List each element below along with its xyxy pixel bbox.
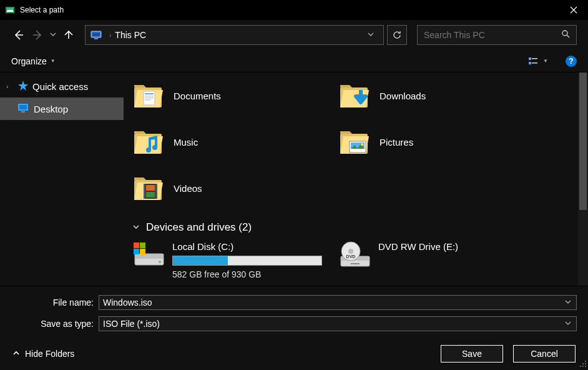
svg-rect-35 — [134, 242, 139, 248]
svg-rect-12 — [19, 105, 27, 109]
resize-grip-icon[interactable] — [579, 360, 587, 369]
savetype-label: Save as type: — [11, 319, 99, 329]
breadcrumb-caret-icon[interactable]: › — [109, 32, 111, 39]
title-bar: Select a path — [0, 0, 588, 20]
svg-rect-5 — [94, 38, 98, 39]
svg-rect-2 — [7, 8, 13, 10]
svg-rect-31 — [146, 192, 155, 198]
folder-icon — [132, 174, 164, 202]
sidebar-item-quick-access[interactable]: › Quick access — [0, 75, 124, 98]
window-title: Select a path — [20, 6, 559, 14]
svg-rect-33 — [135, 254, 164, 259]
search-icon[interactable] — [561, 29, 570, 41]
svg-point-50 — [585, 366, 586, 367]
sidebar-item-desktop[interactable]: Desktop — [0, 98, 124, 120]
folder-icon — [338, 128, 370, 156]
svg-point-49 — [582, 366, 584, 367]
cancel-button[interactable]: Cancel — [513, 345, 576, 362]
drive-info: DVD RW Drive (E:) — [378, 240, 458, 279]
folder-label: Documents — [174, 91, 221, 101]
drive-usage-bar — [172, 256, 322, 266]
svg-rect-36 — [140, 242, 145, 248]
svg-rect-28 — [144, 184, 145, 199]
sidebar-item-label: Quick access — [32, 81, 88, 92]
svg-point-46 — [582, 363, 584, 364]
drive-free-text: 582 GB free of 930 GB — [172, 269, 322, 279]
filename-label: File name: — [11, 298, 99, 308]
folder-music[interactable]: Music — [132, 121, 332, 162]
svg-rect-17 — [145, 96, 154, 97]
dropdown-icon[interactable] — [564, 320, 572, 328]
svg-rect-37 — [134, 249, 139, 254]
svg-point-43 — [348, 249, 353, 254]
drive-name: Local Disk (C:) — [172, 241, 322, 252]
svg-rect-13 — [21, 111, 25, 112]
hide-folders-button[interactable]: Hide Folders — [12, 349, 74, 359]
svg-point-25 — [361, 143, 363, 146]
folder-label: Music — [174, 137, 198, 148]
folder-downloads[interactable]: Downloads — [338, 75, 538, 116]
folder-label: Pictures — [380, 137, 413, 148]
folder-icon — [338, 81, 370, 110]
breadcrumb[interactable]: This PC — [115, 30, 146, 40]
view-options-button[interactable]: ▼ — [528, 56, 548, 66]
svg-point-6 — [562, 31, 567, 36]
nav-bar: › This PC — [0, 20, 588, 50]
help-button[interactable]: ? — [566, 56, 577, 67]
recent-locations-button[interactable] — [50, 31, 56, 39]
scrollbar-track[interactable] — [578, 72, 588, 286]
drive-icon — [132, 240, 164, 269]
group-devices-drives[interactable]: Devices and drives (2) — [132, 221, 588, 234]
search-box[interactable] — [417, 25, 577, 45]
folder-label: Downloads — [380, 91, 426, 101]
dvd-drive-icon: DVD — [338, 240, 370, 269]
toolbar: Organize ▼ ▼ ? — [0, 50, 588, 72]
back-button[interactable] — [11, 28, 26, 42]
svg-rect-29 — [155, 184, 157, 199]
savetype-value: ISO File (*.iso) — [103, 319, 564, 329]
chevron-right-icon: › — [6, 83, 14, 90]
save-button[interactable]: Save — [441, 345, 503, 362]
folder-icon — [132, 81, 164, 110]
refresh-button[interactable] — [387, 25, 407, 45]
up-button[interactable] — [61, 28, 76, 42]
address-history-button[interactable] — [361, 31, 381, 39]
svg-rect-4 — [92, 32, 100, 36]
forward-button[interactable] — [30, 28, 45, 42]
organize-menu[interactable]: Organize ▼ — [11, 56, 56, 66]
dropdown-icon: ▼ — [51, 58, 56, 64]
sidebar-item-label: Desktop — [34, 104, 68, 114]
svg-rect-16 — [145, 93, 154, 94]
svg-rect-19 — [145, 99, 151, 101]
folder-pictures[interactable]: Pictures — [338, 121, 538, 162]
svg-point-48 — [580, 366, 581, 367]
bottom-panel: File name: Windows.iso Save as type: ISO… — [0, 286, 588, 370]
drive-local-disk-c[interactable]: Local Disk (C:) 582 GB free of 930 GB — [132, 240, 332, 279]
svg-rect-41 — [351, 263, 360, 264]
desktop-icon — [17, 103, 30, 115]
folder-icon — [132, 128, 164, 156]
scrollbar-thumb[interactable] — [579, 72, 587, 210]
folder-label: Videos — [174, 183, 202, 194]
folder-documents[interactable]: Documents — [132, 75, 332, 116]
sidebar: › Quick access Desktop — [0, 72, 124, 286]
folder-videos[interactable]: Videos — [132, 168, 332, 209]
drive-name: DVD RW Drive (E:) — [378, 241, 458, 252]
svg-rect-8 — [532, 58, 537, 59]
address-bar[interactable]: › This PC — [85, 25, 384, 45]
drive-dvd-rw[interactable]: DVD DVD RW Drive (E:) — [338, 240, 538, 279]
drive-info: Local Disk (C:) 582 GB free of 930 GB — [172, 240, 322, 279]
chevron-down-icon — [132, 223, 140, 232]
svg-rect-38 — [140, 249, 145, 254]
search-input[interactable] — [424, 30, 561, 40]
svg-text:DVD: DVD — [346, 254, 356, 259]
organize-label: Organize — [11, 56, 47, 66]
savetype-input[interactable]: ISO File (*.iso) — [99, 316, 577, 331]
quick-access-icon — [17, 80, 29, 93]
filename-input[interactable]: Windows.iso — [99, 295, 577, 310]
main-panel: Documents Downloads Music — [124, 72, 588, 286]
dropdown-icon[interactable] — [564, 299, 572, 306]
svg-rect-7 — [529, 58, 531, 60]
chevron-up-icon — [12, 349, 20, 359]
close-button[interactable] — [559, 0, 588, 20]
